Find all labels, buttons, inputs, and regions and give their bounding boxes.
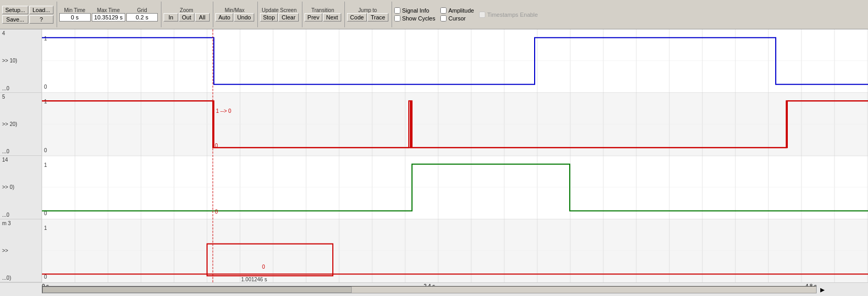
zoom-label-group: Zoom In Out All: [164, 7, 210, 22]
sig2-label-mid: >> 20): [2, 121, 39, 127]
svg-rect-1: [42, 93, 868, 156]
svg-rect-3: [42, 219, 868, 283]
setup-button[interactable]: Setup...: [2, 6, 28, 14]
svg-text:0: 0: [262, 264, 265, 270]
help-button[interactable]: ?: [29, 15, 53, 24]
minmax-buttons: Auto Undo: [215, 13, 254, 22]
save-button[interactable]: Save...: [2, 15, 28, 24]
scrollbar-track[interactable]: [42, 286, 817, 293]
main-area: 4 >> 10) ...0 5 >> 20) ...0 14 >> 0) ...…: [0, 29, 868, 282]
grid-group: Grid 0.2 s: [126, 7, 158, 22]
svg-text:1: 1: [44, 162, 47, 168]
sig2-label-bot: ...0: [2, 149, 39, 154]
scrollbar-thumb[interactable]: [42, 287, 352, 293]
transition-buttons: Prev Next: [305, 13, 341, 22]
sig1-label-top: 4: [2, 30, 39, 36]
options-group: Signal Info Show Cycles Amplitude Cursor…: [394, 2, 541, 27]
zoom-buttons: In Out All: [164, 13, 210, 22]
time-group: Min Time 0 s Max Time 10.35129 s Grid 0.…: [59, 2, 161, 27]
undo-button[interactable]: Undo: [234, 13, 254, 22]
transition-group: Transition Prev Next: [305, 2, 345, 27]
checkboxes2: Amplitude Cursor: [440, 7, 474, 22]
scrollbar-container: 0 s 2.4 s 4.8 s: [42, 286, 817, 293]
zoom-in-button[interactable]: In: [164, 13, 178, 22]
svg-text:1.001246 s: 1.001246 s: [241, 277, 267, 282]
grid-value[interactable]: 0.2 s: [126, 13, 158, 22]
sig4-label-bot: ...0): [2, 275, 39, 281]
min-time-value[interactable]: 0 s: [59, 13, 91, 22]
amplitude-checkbox[interactable]: [440, 7, 447, 14]
signal-labels-panel: 4 >> 10) ...0 5 >> 20) ...0 14 >> 0) ...…: [0, 29, 42, 282]
svg-text:0: 0: [44, 147, 47, 153]
zoom-all-button[interactable]: All: [195, 13, 210, 22]
auto-button[interactable]: Auto: [215, 13, 234, 22]
max-time-group: Max Time 10.35129 s: [92, 7, 125, 22]
transition-label: Transition: [311, 7, 334, 13]
prev-button[interactable]: Prev: [305, 13, 323, 22]
svg-text:1: 1: [44, 225, 47, 231]
svg-text:1: 1: [44, 36, 47, 41]
cursor-item: Cursor: [440, 15, 474, 22]
transition-label-group: Transition Prev Next: [305, 7, 341, 22]
minmax-label-group: Min/Max Auto Undo: [215, 7, 254, 22]
amplitude-label: Amplitude: [448, 7, 474, 14]
signal-info-checkbox[interactable]: [394, 7, 400, 14]
cursor-checkbox[interactable]: [440, 15, 447, 22]
grid-label: Grid: [137, 7, 147, 13]
sig2-label-top: 5: [2, 94, 39, 100]
waveform-svg: 1 0 1 0 1 0 1 0 0" meaning signal fel: [42, 29, 868, 282]
sig2-label: 5 >> 20) ...0: [0, 93, 41, 156]
jump-label-group: Jump to Code Trace: [347, 7, 388, 22]
stop-button[interactable]: Stop: [260, 13, 278, 22]
timestamps-checkbox[interactable]: [479, 12, 485, 18]
trace-button[interactable]: Trace: [367, 13, 388, 22]
cursor-label: Cursor: [448, 15, 465, 22]
minmax-label: Min/Max: [225, 7, 245, 13]
min-time-label: Min Time: [64, 7, 85, 13]
clear-button[interactable]: Clear: [278, 13, 298, 22]
update-screen-group: Update Screen Stop Clear: [260, 2, 302, 27]
svg-text:0: 0: [44, 84, 47, 90]
update-buttons: Stop Clear: [260, 13, 299, 22]
show-cycles-item: Show Cycles: [394, 15, 436, 22]
jump-to-group: Jump to Code Trace: [347, 2, 392, 27]
show-cycles-checkbox[interactable]: [394, 15, 400, 22]
scroll-right-arrow[interactable]: ►: [819, 286, 826, 294]
zoom-label: Zoom: [180, 7, 193, 13]
jump-to-label: Jump to: [359, 7, 377, 13]
svg-rect-0: [42, 29, 868, 93]
timeline-bar: 0 s 2.4 s 4.8 s ►: [0, 282, 868, 296]
sig1-label-mid: >> 10): [2, 58, 39, 64]
zoom-out-button[interactable]: Out: [179, 13, 194, 22]
checkboxes: Signal Info Show Cycles: [394, 7, 436, 22]
sig3-label-mid: >> 0): [2, 184, 39, 190]
load-button[interactable]: Load...: [29, 6, 53, 14]
sig3-label-bot: ...0: [2, 212, 39, 218]
sig1-label: 4 >> 10) ...0: [0, 29, 41, 93]
update-screen-label: Update Screen: [262, 7, 297, 13]
svg-text:1 --> 0: 1 --> 0: [216, 108, 231, 114]
jump-buttons: Code Trace: [347, 13, 388, 22]
sig1-label-bot: ...0: [2, 86, 39, 91]
show-cycles-label: Show Cycles: [402, 15, 436, 22]
max-time-label: Max Time: [97, 7, 120, 13]
sig4-label-top: m 3: [2, 220, 39, 226]
code-button[interactable]: Code: [347, 13, 367, 22]
sig4-label-mid: >>: [2, 248, 39, 253]
signal-info-item: Signal Info: [394, 7, 436, 14]
sig3-label-top: 14: [2, 157, 39, 163]
signal-info-label: Signal Info: [402, 7, 429, 14]
sig4-label: m 3 >> ...0): [0, 219, 41, 283]
svg-text:1: 1: [44, 99, 47, 104]
max-time-value[interactable]: 10.35129 s: [92, 13, 125, 22]
toolbar: Setup... Save... Load... ? Min Time 0 s …: [0, 0, 868, 29]
minmax-group: Min/Max Auto Undo: [215, 2, 258, 27]
min-time-group: Min Time 0 s: [59, 7, 91, 22]
timestamps-label: Timestamps Enable: [487, 12, 538, 18]
file-group: Setup... Save... Load... ?: [2, 2, 57, 27]
amplitude-item: Amplitude: [440, 7, 474, 14]
next-button[interactable]: Next: [323, 13, 341, 22]
svg-rect-2: [42, 156, 868, 219]
waveform-area[interactable]: 1 0 1 0 1 0 1 0 0" meaning signal fel: [42, 29, 868, 282]
zoom-group: Zoom In Out All: [164, 2, 213, 27]
